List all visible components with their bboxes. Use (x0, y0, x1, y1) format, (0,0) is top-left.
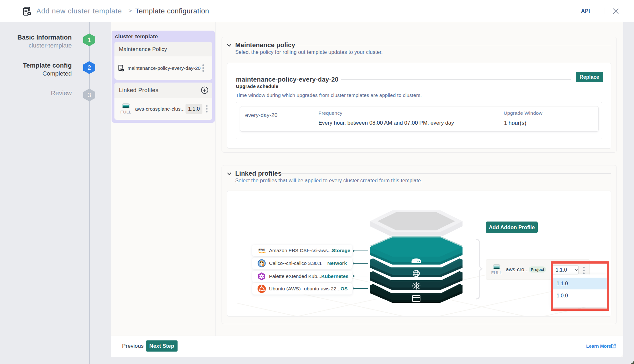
svg-text:aws: aws (259, 247, 265, 251)
